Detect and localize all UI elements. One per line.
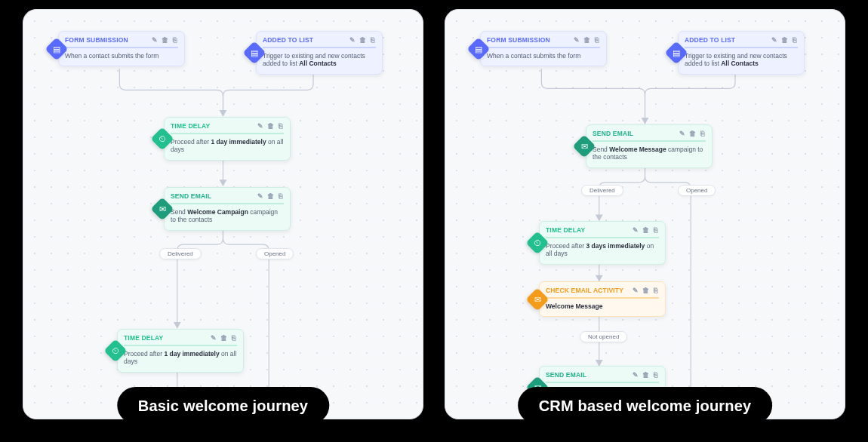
node-tools[interactable]: ✎🗑⎘ xyxy=(257,123,284,130)
edit-icon[interactable]: ✎ xyxy=(679,130,686,137)
toggle-icon[interactable]: ⎘ xyxy=(791,37,798,44)
node-tools[interactable]: ✎🗑⎘ xyxy=(633,227,659,234)
node-title: SEND EMAIL xyxy=(171,192,211,201)
toggle-icon[interactable]: ⎘ xyxy=(652,227,659,234)
delete-icon[interactable]: 🗑 xyxy=(359,37,366,44)
node-tools[interactable]: ✎🗑⎘ xyxy=(257,193,284,200)
edit-icon[interactable]: ✎ xyxy=(633,227,639,234)
edit-icon[interactable]: ✎ xyxy=(152,37,159,44)
node-tools[interactable]: ✎🗑⎘ xyxy=(633,287,659,294)
branch-label-opened: Opened xyxy=(678,185,716,196)
edit-icon[interactable]: ✎ xyxy=(211,335,217,342)
node-body: Proceed after 1 day immediately on all d… xyxy=(124,346,237,366)
branch-label-delivered: Delivered xyxy=(159,248,202,259)
node-body: Send Welcome Message campaign to the con… xyxy=(593,142,706,161)
node-title: TIME DELAY xyxy=(171,122,210,130)
diagram-stage: ▤ FORM SUBMISSION ✎🗑⎘ When a contact sub… xyxy=(0,0,868,442)
node-title: SEND EMAIL xyxy=(546,371,586,379)
node-send-email-1[interactable]: ✉ SEND EMAIL ✎🗑⎘ Send Welcome Message ca… xyxy=(586,124,713,168)
node-tools[interactable]: ✎🗑⎘ xyxy=(771,37,798,44)
toggle-icon[interactable]: ⎘ xyxy=(369,37,376,44)
node-body: Trigger to existing and new contacts add… xyxy=(685,48,798,68)
branch-label-opened: Opened xyxy=(256,248,294,259)
node-body: Send Welcome Campaign campaign to the co… xyxy=(171,204,284,224)
node-time-delay-2[interactable]: ⏲ TIME DELAY ✎🗑⎘ Proceed after 1 day imm… xyxy=(117,329,244,373)
node-title: TIME DELAY xyxy=(124,334,163,342)
edit-icon[interactable]: ✎ xyxy=(349,37,356,44)
branch-label-not-opened: Not opened xyxy=(580,331,627,342)
node-form-submission[interactable]: ▤ FORM SUBMISSION ✎🗑⎘ When a contact sub… xyxy=(480,31,607,66)
delete-icon[interactable]: 🗑 xyxy=(220,335,227,342)
node-title: ADDED TO LIST xyxy=(263,36,313,45)
node-title: TIME DELAY xyxy=(546,226,585,235)
node-body: Trigger to existing and new contacts add… xyxy=(263,48,376,68)
toggle-icon[interactable]: ⎘ xyxy=(699,130,706,137)
delete-icon[interactable]: 🗑 xyxy=(162,37,168,44)
delete-icon[interactable]: 🗑 xyxy=(267,193,274,200)
node-form-submission[interactable]: ▤ FORM SUBMISSION ✎🗑⎘ When a contact sub… xyxy=(58,31,185,66)
node-title: FORM SUBMISSION xyxy=(487,36,550,45)
node-title: CHECK EMAIL ACTIVITY xyxy=(546,287,623,295)
panel-right-wrap: ▤ FORM SUBMISSION ✎🗑⎘ When a contact sub… xyxy=(445,9,845,419)
edit-icon[interactable]: ✎ xyxy=(257,193,264,200)
node-added-to-list[interactable]: ▤ ADDED TO LIST ✎🗑⎘ Trigger to existing … xyxy=(256,31,383,75)
node-check-email-activity[interactable]: ✉ CHECK EMAIL ACTIVITY ✎🗑⎘ Welcome Messa… xyxy=(539,281,666,317)
canvas-right: ▤ FORM SUBMISSION ✎🗑⎘ When a contact sub… xyxy=(445,10,845,419)
panel-left: ▤ FORM SUBMISSION ✎🗑⎘ When a contact sub… xyxy=(23,9,423,419)
toggle-icon[interactable]: ⎘ xyxy=(230,335,237,342)
node-tools[interactable]: ✎🗑⎘ xyxy=(574,37,600,44)
toggle-icon[interactable]: ⎘ xyxy=(277,193,284,200)
toggle-icon[interactable]: ⎘ xyxy=(652,287,659,294)
node-title: SEND EMAIL xyxy=(593,130,633,138)
node-tools[interactable]: ✎🗑⎘ xyxy=(152,37,178,44)
edit-icon[interactable]: ✎ xyxy=(257,123,264,130)
node-added-to-list[interactable]: ▤ ADDED TO LIST ✎🗑⎘ Trigger to existing … xyxy=(678,31,805,75)
delete-icon[interactable]: 🗑 xyxy=(583,37,590,44)
edit-icon[interactable]: ✎ xyxy=(633,372,639,379)
node-body: When a contact submits the form xyxy=(487,48,600,60)
edit-icon[interactable]: ✎ xyxy=(574,37,580,44)
panel-right: ▤ FORM SUBMISSION ✎🗑⎘ When a contact sub… xyxy=(445,9,845,419)
node-time-delay[interactable]: ⏲ TIME DELAY ✎🗑⎘ Proceed after 3 days im… xyxy=(539,221,666,265)
branch-label-delivered: Delivered xyxy=(581,185,623,196)
panel-left-wrap: ▤ FORM SUBMISSION ✎🗑⎘ When a contact sub… xyxy=(23,9,423,419)
delete-icon[interactable]: 🗑 xyxy=(267,123,274,130)
edit-icon[interactable]: ✎ xyxy=(771,37,778,44)
edit-icon[interactable]: ✎ xyxy=(633,287,639,294)
toggle-icon[interactable]: ⎘ xyxy=(593,37,600,44)
delete-icon[interactable]: 🗑 xyxy=(642,372,649,379)
toggle-icon[interactable]: ⎘ xyxy=(652,372,659,379)
toggle-icon[interactable]: ⎘ xyxy=(171,37,178,44)
panel-right-caption: CRM based welcome journey xyxy=(518,387,773,424)
delete-icon[interactable]: 🗑 xyxy=(642,287,649,294)
node-body: Proceed after 3 days immediately on all … xyxy=(546,238,659,258)
node-body: When a contact submits the form xyxy=(65,48,178,60)
node-send-email[interactable]: ✉ SEND EMAIL ✎🗑⎘ Send Welcome Campaign c… xyxy=(164,187,291,231)
toggle-icon[interactable]: ⎘ xyxy=(277,123,284,130)
node-body: Welcome Message xyxy=(546,299,659,311)
node-tools[interactable]: ✎🗑⎘ xyxy=(349,37,376,44)
node-tools[interactable]: ✎🗑⎘ xyxy=(633,372,659,379)
node-body: Proceed after 1 day immediately on all d… xyxy=(171,134,284,154)
delete-icon[interactable]: 🗑 xyxy=(642,227,649,234)
node-time-delay-1[interactable]: ⏲ TIME DELAY ✎🗑⎘ Proceed after 1 day imm… xyxy=(164,117,291,161)
node-tools[interactable]: ✎🗑⎘ xyxy=(211,335,237,342)
canvas-left: ▤ FORM SUBMISSION ✎🗑⎘ When a contact sub… xyxy=(23,10,423,419)
delete-icon[interactable]: 🗑 xyxy=(689,130,696,137)
delete-icon[interactable]: 🗑 xyxy=(781,37,788,44)
node-tools[interactable]: ✎🗑⎘ xyxy=(679,130,706,137)
node-title: ADDED TO LIST xyxy=(685,36,735,45)
node-title: FORM SUBMISSION xyxy=(65,36,128,45)
panel-left-caption: Basic welcome journey xyxy=(117,387,329,424)
